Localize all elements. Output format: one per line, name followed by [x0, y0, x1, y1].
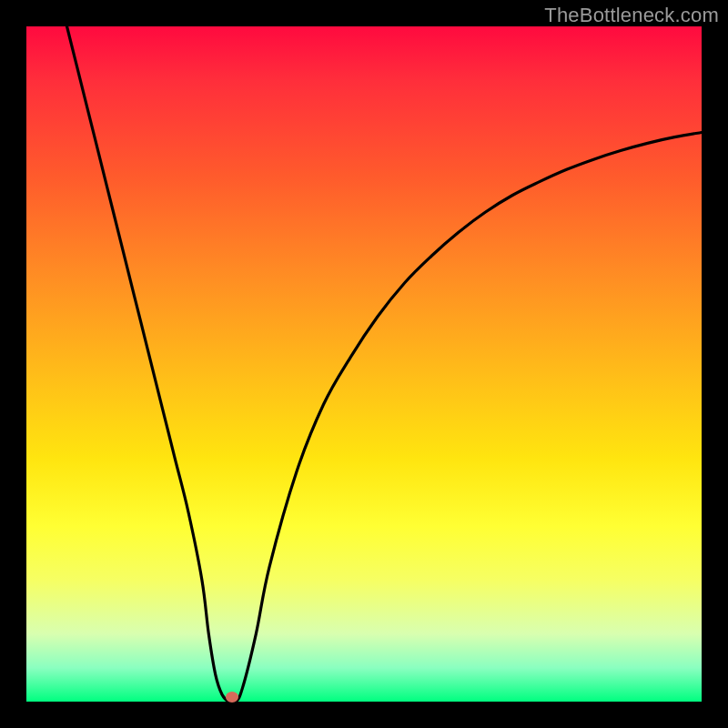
chart-frame: TheBottleneck.com	[0, 0, 728, 728]
optimal-point-marker	[226, 692, 238, 703]
watermark-text: TheBottleneck.com	[544, 4, 719, 27]
bottleneck-curve	[26, 26, 702, 702]
plot-area	[26, 26, 702, 702]
